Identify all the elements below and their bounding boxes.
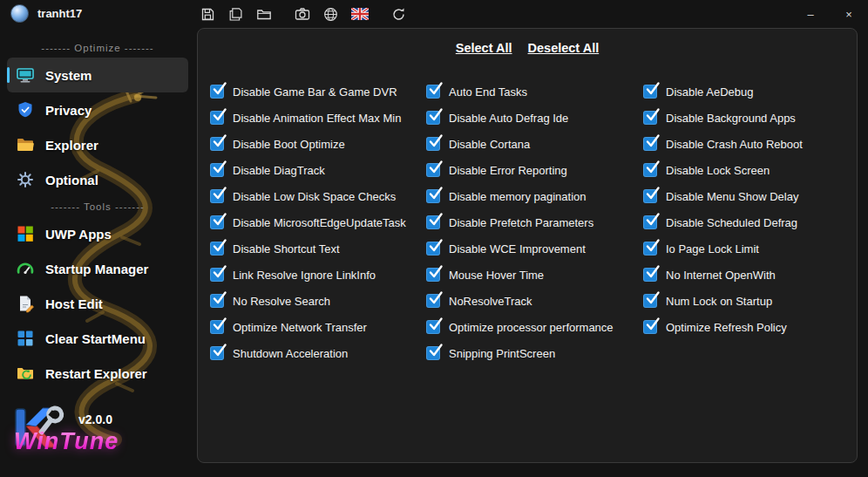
sidebar-item-privacy[interactable]: Privacy (7, 92, 188, 127)
checkbox[interactable] (210, 215, 224, 229)
user-chip[interactable]: tranht17 (10, 4, 82, 23)
checkbox-item[interactable]: Disable Prefetch Parameters (426, 209, 642, 235)
select-all-link[interactable]: Select All (456, 41, 512, 55)
save-copy-icon[interactable] (228, 6, 243, 22)
checkbox-item[interactable]: Link Resolve Ignore LinkInfo (210, 262, 426, 288)
checkbox[interactable] (426, 163, 440, 177)
save-icon[interactable] (200, 6, 215, 22)
checkbox[interactable] (643, 215, 657, 229)
checkbox-item[interactable]: Num Lock on Startup (643, 288, 859, 314)
checkbox-column: Disable AeDebugDisable Background AppsDi… (643, 78, 859, 340)
checkbox[interactable] (426, 189, 440, 203)
checkbox-item[interactable]: Shutdown Acceleration (210, 340, 426, 366)
checkbox-label: Disable Animation Effect Max Min (233, 112, 401, 125)
checkbox-label: Disable MicrosoftEdgeUpdateTask (233, 216, 406, 229)
checkbox[interactable] (210, 346, 224, 360)
checkbox[interactable] (643, 268, 657, 282)
checkbox[interactable] (426, 137, 440, 151)
checkbox-item[interactable]: Disable Lock Screen (643, 157, 859, 183)
checkbox-item[interactable]: Disable Low Disk Space Checks (210, 183, 426, 209)
checkbox-item[interactable]: Disable Shortcut Text (210, 235, 426, 262)
checkbox-item[interactable]: Disable Scheduled Defrag (643, 209, 859, 235)
checkbox-item[interactable]: Disable WCE Improvement (426, 235, 642, 262)
checkbox[interactable] (643, 163, 657, 177)
sidebar-item-restart-explorer[interactable]: Restart Explorer (7, 356, 188, 391)
sidebar-item-label: Privacy (45, 103, 92, 118)
checkbox[interactable] (426, 268, 440, 282)
checkbox-item[interactable]: Optimize processor performance (426, 314, 642, 340)
sidebar-item-clear-startmenu[interactable]: Clear StartMenu (7, 321, 188, 356)
checkbox-item[interactable]: Disable Boot Optimize (210, 131, 426, 157)
checkbox[interactable] (210, 294, 224, 308)
checkbox-item[interactable]: Disable Background Apps (643, 105, 859, 131)
checkbox[interactable] (643, 294, 657, 308)
network-icon[interactable] (323, 6, 338, 22)
checkbox-item[interactable]: Disable Cortana (426, 131, 642, 157)
checkbox[interactable] (643, 85, 657, 99)
selection-controls: Select All Deselect All (198, 41, 857, 55)
window-controls: – × (791, 0, 868, 28)
sidebar-item-optional[interactable]: Optional (7, 162, 188, 197)
open-folder-icon[interactable] (256, 6, 272, 22)
toolbar (200, 0, 406, 28)
language-uk-flag-icon[interactable] (351, 6, 369, 22)
checkbox[interactable] (210, 111, 224, 125)
checkbox-item[interactable]: Disable DiagTrack (210, 157, 426, 183)
checkbox[interactable] (210, 320, 224, 334)
checkbox-item[interactable]: NoResolveTrack (426, 288, 642, 314)
checkbox[interactable] (426, 346, 440, 360)
checkbox-item[interactable]: Disable Auto Defrag Ide (426, 105, 642, 131)
checkbox[interactable] (643, 137, 657, 151)
checkbox[interactable] (643, 189, 657, 203)
startup-manager-icon (16, 259, 35, 278)
checkbox[interactable] (426, 242, 440, 256)
checkbox-item[interactable]: Optimize Network Transfer (210, 314, 426, 340)
checkbox[interactable] (426, 85, 440, 99)
checkbox-item[interactable]: Disable MicrosoftEdgeUpdateTask (210, 209, 426, 235)
checkbox[interactable] (210, 268, 224, 282)
sidebar-item-host-edit[interactable]: Host Edit (7, 286, 188, 321)
screenshot-icon[interactable] (295, 6, 310, 22)
checkbox-item[interactable]: Disable Game Bar & Game DVR (210, 78, 426, 105)
checkbox-item[interactable]: Disable Animation Effect Max Min (210, 105, 426, 131)
checkbox[interactable] (643, 111, 657, 125)
checkbox-item[interactable]: No Internet OpenWith (643, 262, 859, 288)
checkbox[interactable] (426, 320, 440, 334)
checkbox-item[interactable]: Disable AeDebug (643, 78, 859, 105)
sidebar-item-system[interactable]: System (7, 58, 188, 92)
checkbox-item[interactable]: Disable Menu Show Delay (643, 183, 859, 209)
checkbox[interactable] (210, 163, 224, 177)
checkbox-item[interactable]: Disable Error Reporting (426, 157, 642, 183)
minimize-button[interactable]: – (791, 0, 830, 28)
checkbox[interactable] (426, 215, 440, 229)
clear-startmenu-icon (16, 329, 35, 348)
checkbox[interactable] (426, 294, 440, 308)
checkbox[interactable] (210, 189, 224, 203)
sidebar-item-uwp-apps[interactable]: UWP Apps (7, 216, 188, 251)
checkbox-item[interactable]: Io Page Lock Limit (643, 235, 859, 262)
privacy-icon (16, 100, 35, 119)
sidebar-item-label: Restart Explorer (45, 366, 147, 381)
sidebar-item-startup-manager[interactable]: Startup Manager (7, 251, 188, 286)
checkbox[interactable] (643, 242, 657, 256)
checkbox[interactable] (210, 242, 224, 256)
checkbox-item[interactable]: Optimize Refresh Policy (643, 314, 859, 340)
checkbox[interactable] (210, 137, 224, 151)
checkbox-item[interactable]: Mouse Hover Time (426, 262, 642, 288)
checkbox-label: Disable Auto Defrag Ide (449, 112, 568, 125)
checkbox-item[interactable]: Auto End Tasks (426, 78, 642, 105)
close-button[interactable]: × (830, 0, 868, 28)
checkbox[interactable] (210, 85, 224, 99)
checkbox-item[interactable]: Snipping PrintScreen (426, 340, 642, 366)
checkbox-item[interactable]: Disable memory pagination (426, 183, 642, 209)
sidebar-item-explorer[interactable]: Explorer (7, 127, 188, 162)
checkbox[interactable] (426, 111, 440, 125)
sidebar-item-label: Startup Manager (45, 262, 148, 276)
checkbox-item[interactable]: No Resolve Search (210, 288, 426, 314)
sidebar-separator: ------- Optimize ------- (7, 38, 188, 58)
checkbox[interactable] (643, 320, 657, 334)
deselect-all-link[interactable]: Deselect All (528, 41, 600, 55)
checkbox-item[interactable]: Disable Crash Auto Reboot (643, 131, 859, 157)
sidebar-item-label: UWP Apps (45, 227, 112, 242)
refresh-icon[interactable] (391, 6, 406, 22)
